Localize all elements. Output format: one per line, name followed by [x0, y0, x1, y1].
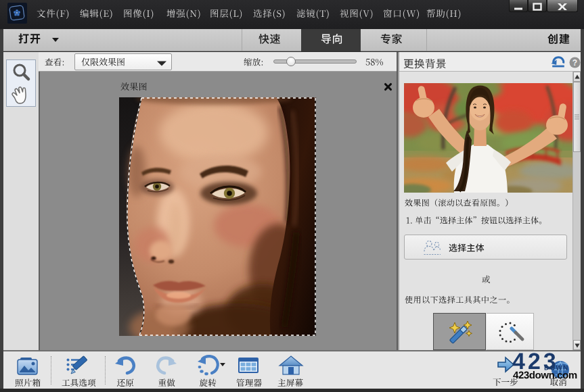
svg-text:?: ?	[572, 58, 577, 68]
